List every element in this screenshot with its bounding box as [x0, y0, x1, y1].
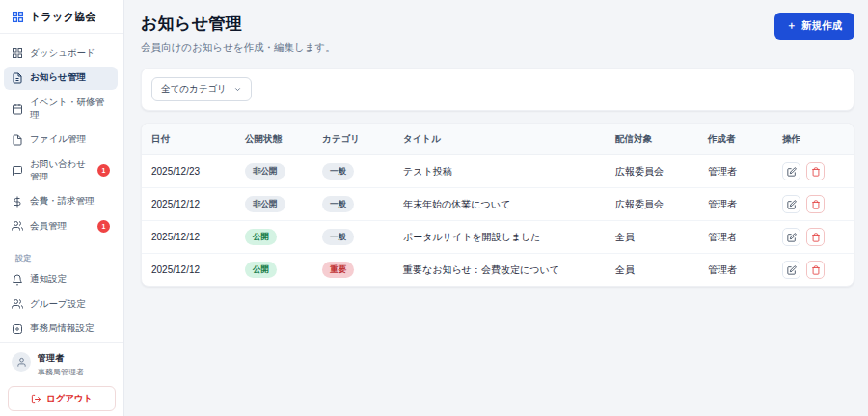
trash-icon — [811, 265, 821, 275]
office-icon — [12, 323, 23, 335]
edit-icon — [787, 265, 797, 275]
chat-icon — [12, 165, 23, 177]
logout-button[interactable]: ログアウト — [8, 386, 116, 411]
sidebar-item-label: イベント・研修管理 — [30, 97, 110, 122]
sidebar-footer: 管理者 事務局管理者 ログアウト ✓CREFT CREative soFTwar… — [0, 342, 123, 416]
delete-button[interactable] — [806, 261, 825, 279]
page-header: お知らせ管理 会員向けのお知らせを作成・編集します。 ＋ 新規作成 — [141, 13, 854, 55]
cell-title: ポータルサイトを開設しました — [393, 221, 606, 254]
trash-icon — [811, 200, 821, 209]
cell-date: 2025/12/12 — [142, 188, 235, 221]
cell-title: 重要なお知らせ：会費改定について — [393, 254, 606, 287]
category-badge: 一般 — [322, 196, 354, 212]
cell-target: 全員 — [606, 221, 698, 254]
cell-date: 2025/12/23 — [142, 155, 235, 188]
col-target: 配信対象 — [606, 124, 698, 155]
table-row: 2025/12/23 非公開 一般 テスト投稿 広報委員会 管理者 — [142, 155, 854, 188]
user-name: 管理者 — [38, 352, 84, 365]
logout-label: ログアウト — [46, 393, 94, 405]
page-title: お知らせ管理 — [141, 13, 336, 35]
cell-target: 全員 — [606, 254, 698, 287]
category-badge: 重要 — [322, 262, 354, 278]
logout-icon — [31, 394, 41, 404]
col-author: 作成者 — [698, 124, 773, 155]
sidebar-item-label: グループ設定 — [30, 298, 86, 311]
sidebar-item-members[interactable]: 会員管理 1 — [4, 214, 118, 237]
sidebar-item-label: ダッシュボード — [30, 47, 95, 60]
plus-icon: ＋ — [787, 19, 798, 33]
edit-button[interactable] — [782, 261, 800, 279]
sidebar-nav: ダッシュボード お知らせ管理 イベント・研修管理 ファイル管理 お問い合わせ管理… — [0, 34, 123, 342]
table-row: 2025/12/12 非公開 一般 年末年始の休業について 広報委員会 管理者 — [142, 188, 854, 221]
main-content: お知らせ管理 会員向けのお知らせを作成・編集します。 ＋ 新規作成 全てのカテゴ… — [124, 0, 868, 416]
notification-badge: 1 — [97, 164, 110, 177]
members-icon — [12, 220, 23, 232]
edit-button[interactable] — [782, 195, 800, 213]
create-new-button[interactable]: ＋ 新規作成 — [774, 13, 855, 40]
sidebar-item-label: ファイル管理 — [30, 133, 86, 146]
sidebar-item-label: 通知設定 — [30, 273, 67, 286]
status-badge: 非公開 — [245, 163, 285, 180]
sidebar-item-label: 事務局情報設定 — [30, 322, 95, 335]
col-title: タイトル — [393, 124, 606, 155]
category-filter-value: 全てのカテゴリ — [161, 83, 227, 96]
status-badge: 公開 — [245, 229, 277, 245]
table-header-row: 日付 公開状態 カテゴリ タイトル 配信対象 作成者 操作 — [142, 124, 854, 155]
notification-badge: 1 — [97, 220, 110, 233]
bell-icon — [12, 274, 23, 286]
group-icon — [12, 298, 23, 310]
filter-bar: 全てのカテゴリ — [141, 68, 854, 111]
calendar-icon — [12, 103, 23, 115]
sidebar-item-files[interactable]: ファイル管理 — [4, 128, 118, 152]
create-new-label: 新規作成 — [801, 19, 842, 33]
grid-logo-icon — [12, 11, 24, 23]
delete-button[interactable] — [806, 162, 825, 180]
sidebar-item-dashboard[interactable]: ダッシュボード — [4, 42, 118, 65]
edit-icon — [787, 200, 797, 209]
cell-date: 2025/12/12 — [142, 221, 235, 254]
sidebar-item-office-settings[interactable]: 事務局情報設定 — [4, 318, 118, 341]
delete-button[interactable] — [806, 228, 825, 246]
user-info: 管理者 事務局管理者 — [8, 351, 116, 386]
sidebar-item-label: 会員管理 — [30, 220, 67, 233]
sidebar-item-events[interactable]: イベント・研修管理 — [4, 91, 118, 126]
cell-author: 管理者 — [698, 188, 773, 221]
category-badge: 一般 — [322, 163, 354, 180]
sidebar-item-announcements[interactable]: お知らせ管理 — [4, 67, 118, 90]
sidebar: トラック協会 ダッシュボード お知らせ管理 イベント・研修管理 ファイル管理 お… — [0, 0, 124, 416]
trash-icon — [811, 167, 821, 177]
sidebar-item-notification-settings[interactable]: 通知設定 — [4, 268, 118, 291]
billing-icon — [12, 196, 23, 208]
announcements-table: 日付 公開状態 カテゴリ タイトル 配信対象 作成者 操作 2025/12/23… — [142, 124, 854, 286]
edit-icon — [787, 167, 797, 177]
cell-target: 広報委員会 — [606, 188, 698, 221]
trash-icon — [811, 233, 821, 242]
cell-author: 管理者 — [698, 155, 773, 188]
category-badge: 一般 — [322, 229, 354, 245]
col-actions: 操作 — [773, 124, 854, 155]
cell-date: 2025/12/12 — [142, 254, 235, 287]
col-category: カテゴリ — [312, 124, 393, 155]
sidebar-item-billing[interactable]: 会費・請求管理 — [4, 190, 118, 213]
dashboard-icon — [12, 47, 23, 59]
sidebar-item-group-settings[interactable]: グループ設定 — [4, 292, 118, 316]
cell-author: 管理者 — [698, 221, 773, 254]
sidebar-item-label: お知らせ管理 — [30, 71, 86, 84]
cell-author: 管理者 — [698, 254, 773, 287]
edit-icon — [787, 233, 797, 242]
edit-button[interactable] — [782, 162, 800, 180]
table-row: 2025/12/12 公開 重要 重要なお知らせ：会費改定について 全員 管理者 — [142, 254, 854, 287]
cell-title: 年末年始の休業について — [393, 188, 606, 221]
col-status: 公開状態 — [235, 124, 312, 155]
file-icon — [12, 134, 23, 146]
status-badge: 非公開 — [245, 196, 285, 212]
announcement-icon — [12, 72, 23, 84]
category-filter-dropdown[interactable]: 全てのカテゴリ — [151, 77, 252, 101]
edit-button[interactable] — [782, 228, 800, 246]
sidebar-item-inquiries[interactable]: お問い合わせ管理 1 — [4, 153, 118, 188]
sidebar-item-label: 会費・請求管理 — [30, 195, 95, 208]
sidebar-item-label: お問い合わせ管理 — [30, 158, 91, 183]
col-date: 日付 — [142, 124, 235, 155]
delete-button[interactable] — [806, 195, 825, 213]
table-row: 2025/12/12 公開 一般 ポータルサイトを開設しました 全員 管理者 — [142, 221, 854, 254]
